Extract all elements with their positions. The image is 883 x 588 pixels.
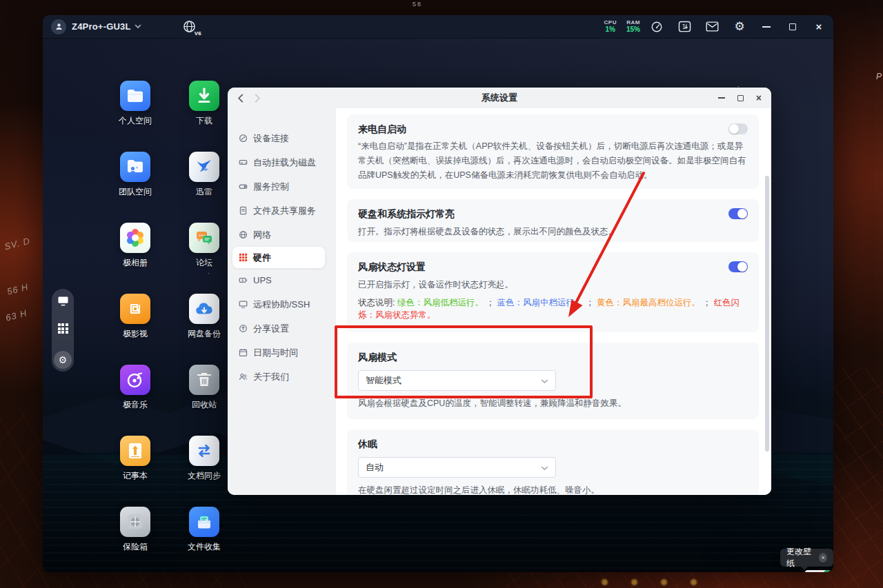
fan-light-toggle[interactable] xyxy=(728,261,748,272)
cpu-label: CPU xyxy=(604,20,617,26)
desktop-icon-notepad[interactable]: 记事本 xyxy=(101,432,170,503)
legend-green: 绿色：风扇低档运行。 xyxy=(397,298,484,307)
app-grid-icon[interactable] xyxy=(58,323,68,334)
desktop-icon-personal-space[interactable]: 个人空间 xyxy=(101,77,170,148)
sidebar-item-ups[interactable]: UPS xyxy=(228,268,336,292)
dialog-header: 系统设置 × xyxy=(228,88,771,108)
section-description: 风扇会根据硬盘及CPU的温度，智能调整转速，兼顾降温和静音效果。 xyxy=(358,397,748,409)
desktop-icon-team-space[interactable]: 团队空间 xyxy=(101,148,170,219)
wallpaper-curl-button[interactable] xyxy=(805,570,831,572)
wallpaper-text-fragment: P xyxy=(876,72,882,81)
dialog-scrollbar[interactable] xyxy=(765,176,769,452)
monitor-icon xyxy=(238,300,248,310)
change-wallpaper-label[interactable]: 更改壁纸 xyxy=(786,546,815,569)
desktop-icon-safe-box[interactable]: 保险箱 xyxy=(101,503,170,572)
calendar-icon xyxy=(238,348,248,358)
section-title: 来电自启动 xyxy=(358,123,748,135)
v6-badge: V6 xyxy=(194,30,202,37)
section-description: 已开启指示灯，设备运作时状态灯亮起。 xyxy=(358,278,748,291)
sidebar-item-hardware[interactable]: 硬件 xyxy=(232,247,325,268)
device-name[interactable]: Z4Pro+-GU3L xyxy=(72,21,131,32)
globe-icon xyxy=(238,230,248,240)
dialog-close-button[interactable]: × xyxy=(756,92,762,104)
sidebar-item-auto-mount[interactable]: 自动挂载为磁盘 xyxy=(228,150,336,174)
wallpaper-lights xyxy=(602,579,697,585)
section-description: 在硬盘闲置超过设定时间之后进入休眠，休眠功耗低、噪音小。 xyxy=(358,484,748,495)
trash-icon xyxy=(189,365,219,395)
floating-dock: ⚙ xyxy=(52,289,74,372)
section-description: 打开。指示灯将根据硬盘及设备的状态，展示出不同的颜色及状态。 xyxy=(358,225,748,238)
settings-sidebar: 设备连接 自动挂载为磁盘 服务控制 文件及共享服务 网络 硬件 xyxy=(228,108,336,495)
annotation-highlight-box xyxy=(335,325,593,398)
section-title: 休眠 xyxy=(358,438,748,450)
grid-icon xyxy=(238,253,248,263)
close-icon[interactable]: × xyxy=(819,553,827,562)
team-folder-icon xyxy=(120,152,150,182)
power-on-toggle[interactable] xyxy=(728,123,748,134)
dialog-minimize-button[interactable] xyxy=(718,97,725,99)
section-power-on-restore: 来电自启动 “来电自启动”是指在正常关机（APP软件关机、设备按钮关机）后，切断… xyxy=(347,114,759,189)
cloud-download-icon xyxy=(189,294,219,324)
person-icon xyxy=(54,22,63,31)
sidebar-item-file-share[interactable]: 文件及共享服务 xyxy=(228,199,336,223)
collect-box-icon xyxy=(189,507,219,537)
sidebar-item-about-us[interactable]: 关于我们 xyxy=(228,365,336,389)
settings-content: 来电自启动 “来电自启动”是指在正常关机（APP软件关机、设备按钮关机）后，切断… xyxy=(336,108,771,495)
section-title: 风扇状态灯设置 xyxy=(358,261,748,273)
desktop-icon-grid: 个人空间 下载 团队空间 迅雷 xyxy=(101,77,239,572)
sidebar-item-remote-ssh[interactable]: 远程协助/SSH xyxy=(228,292,336,316)
bird-icon xyxy=(189,152,219,182)
cpu-stat: CPU 1% xyxy=(604,20,617,34)
chat-bubbles-icon xyxy=(189,223,219,253)
dialog-title: 系统设置 xyxy=(228,92,771,104)
window-maximize-button[interactable] xyxy=(786,21,799,33)
dock-settings-icon[interactable]: ⚙ xyxy=(54,351,72,369)
window-close-button[interactable]: × xyxy=(813,21,825,33)
indicator-light-toggle[interactable] xyxy=(728,208,748,219)
dialog-maximize-button[interactable] xyxy=(737,95,744,101)
change-wallpaper-tooltip[interactable]: 更改壁纸 × xyxy=(780,549,833,567)
download-icon xyxy=(189,81,219,111)
flower-icon xyxy=(120,223,150,253)
chevron-down-icon[interactable] xyxy=(135,24,141,29)
settings-gear-icon[interactable]: ⚙ xyxy=(733,20,746,34)
file-icon xyxy=(238,206,248,216)
desktop-icon-music[interactable]: 极音乐 xyxy=(101,361,170,432)
folder-icon xyxy=(120,81,150,111)
ram-stat: RAM 15% xyxy=(626,20,640,34)
safe-dial-icon xyxy=(120,507,150,537)
section-description: “来电自启动”是指在正常关机（APP软件关机、设备按钮关机）后，切断电源后再次连… xyxy=(358,139,748,183)
window-minimize-button[interactable] xyxy=(760,21,773,33)
system-settings-dialog: 系统设置 × 设备连接 自动挂载为磁盘 服务控制 文件及共享服务 xyxy=(228,88,771,495)
sidebar-item-service-control[interactable]: 服务控制 xyxy=(228,174,336,199)
link-icon xyxy=(238,134,248,143)
performance-gauge-icon[interactable] xyxy=(650,20,664,34)
cube-logo-icon xyxy=(120,294,150,324)
mail-icon[interactable] xyxy=(705,20,719,34)
sidebar-item-date-time[interactable]: 日期与时间 xyxy=(228,341,336,365)
share-icon xyxy=(238,324,248,334)
sidebar-item-network[interactable]: 网络 xyxy=(228,223,336,247)
section-indicator-light: 硬盘和系统指示灯常亮 打开。指示灯将根据硬盘及设备的状态，展示出不同的颜色及状态… xyxy=(347,199,759,242)
desktop-icon-file-collect[interactable]: 文件收集 xyxy=(170,503,239,572)
sidebar-item-share-settings[interactable]: 分享设置 xyxy=(228,316,336,341)
chevron-down-icon xyxy=(541,463,548,473)
sleep-select[interactable]: 自动 xyxy=(358,457,556,478)
user-avatar[interactable] xyxy=(51,19,66,34)
disk-icon xyxy=(238,158,248,168)
section-title: 硬盘和系统指示灯常亮 xyxy=(358,207,748,220)
fan-status-legend: 状态说明: 绿色：风扇低档运行。 ； 蓝色：风扇中档运行。 ； 黄色：风扇最高档… xyxy=(358,296,748,321)
svg-text:1: 1 xyxy=(682,23,685,30)
monitor-icon[interactable] xyxy=(57,296,69,306)
desktop-icon-photo-album[interactable]: 极相册 xyxy=(101,219,170,290)
music-disc-icon xyxy=(120,365,150,395)
ipv6-network-button[interactable]: V6 xyxy=(181,19,198,35)
sleep-value: 自动 xyxy=(366,461,384,474)
desktop-icon-movies[interactable]: 极影视 xyxy=(101,290,170,361)
legend-yellow: 黄色：风扇最高档位运行。 xyxy=(597,298,700,307)
transfer-list-icon[interactable]: 1 xyxy=(677,20,691,34)
sidebar-item-device-connect[interactable]: 设备连接 xyxy=(228,126,336,150)
sync-arrows-icon xyxy=(189,436,219,466)
wallpaper-text-fragment: 58 xyxy=(413,1,422,8)
ram-value: 15% xyxy=(626,26,640,33)
